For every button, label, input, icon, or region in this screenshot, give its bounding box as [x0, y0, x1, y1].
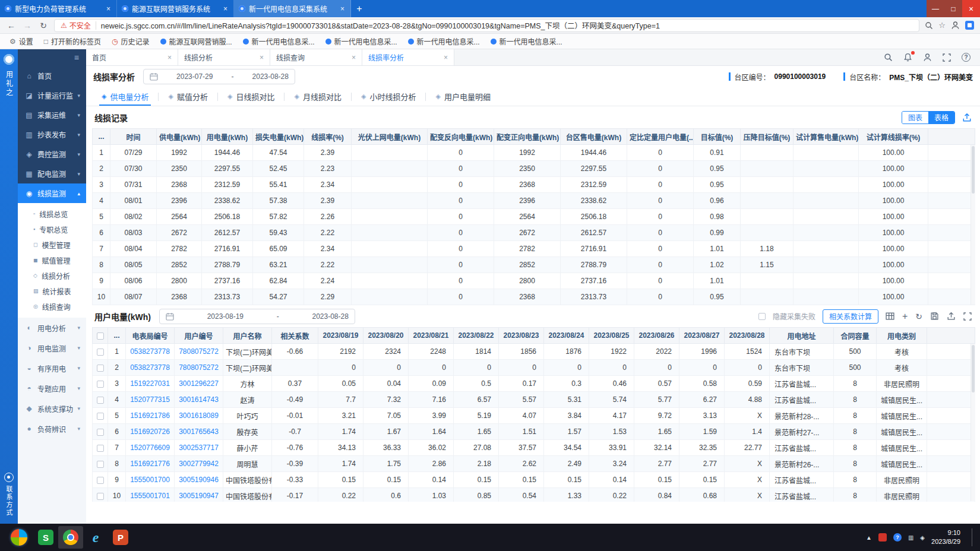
- correlation-calc-button[interactable]: 相关系数计算: [823, 309, 878, 324]
- workspace-tab[interactable]: 线损分析×: [178, 49, 270, 65]
- subtab[interactable]: ◈日线损对比: [218, 87, 284, 106]
- date-start-value[interactable]: 2023-07-29: [176, 72, 213, 81]
- column-settings-icon[interactable]: [886, 312, 894, 321]
- workspace-tab[interactable]: 首页×: [86, 49, 178, 65]
- workspace-tab[interactable]: 线损率分析×: [362, 49, 454, 65]
- cell-link[interactable]: 3001618089: [179, 411, 219, 420]
- cell-link[interactable]: 7808075272: [179, 363, 219, 372]
- bookmark-item[interactable]: 新一代用电信息采...: [403, 35, 485, 48]
- bookmark-item[interactable]: 新一代用电信息采...: [321, 35, 402, 48]
- sidebar-item[interactable]: ▦配电监测▾: [18, 164, 86, 183]
- date-end-value[interactable]: 2023-08-28: [312, 312, 348, 321]
- tray-volume-icon[interactable]: ◈: [920, 534, 925, 541]
- bookmark-star-icon[interactable]: ☆: [938, 21, 946, 30]
- tab-close-icon[interactable]: ×: [339, 5, 346, 13]
- bookmark-item[interactable]: 新一代用电信息采...: [238, 35, 320, 48]
- date-start-value[interactable]: 2023-08-19: [207, 312, 244, 321]
- extension-icon[interactable]: [965, 21, 974, 30]
- export-icon[interactable]: [947, 312, 956, 321]
- sidebar-item[interactable]: ▤采集运维▾: [18, 105, 86, 125]
- tab-close-icon[interactable]: ×: [352, 53, 356, 62]
- browser-tab[interactable]: 新型电力负荷管理系统×: [0, 0, 117, 17]
- sidebar-subitem[interactable]: ◻模型管理: [18, 237, 86, 252]
- cell-link[interactable]: 3002779942: [179, 460, 219, 468]
- tab-close-icon[interactable]: ×: [105, 5, 112, 13]
- fullscreen-icon[interactable]: [943, 53, 951, 62]
- sidebar-item[interactable]: ◐用电分析▾: [18, 318, 86, 338]
- browser-tab[interactable]: 能源互联网营销服务系统×: [117, 0, 234, 17]
- user-icon[interactable]: [923, 53, 932, 62]
- sidebar-subitem[interactable]: ◎线损查询: [18, 299, 86, 314]
- sidebar-item[interactable]: ▥抄表发布▾: [18, 125, 86, 144]
- tray-help-icon[interactable]: ?: [893, 533, 902, 542]
- taskbar-ie-icon[interactable]: e: [83, 526, 108, 549]
- start-button[interactable]: [11, 529, 27, 546]
- sidebar-item[interactable]: ⌂首页: [18, 66, 86, 86]
- date-range-picker[interactable]: 2023-08-19 - 2023-08-28: [159, 309, 355, 324]
- bookmark-item[interactable]: □打开新的标签页: [39, 35, 106, 48]
- subtab[interactable]: ◈月线损对比: [284, 87, 350, 106]
- close-window-button[interactable]: ×: [962, 0, 980, 17]
- bookmark-item[interactable]: ◷历史记录: [107, 35, 154, 48]
- maximize-button[interactable]: □: [944, 0, 962, 17]
- row-checkbox[interactable]: [97, 477, 104, 484]
- sidebar-subitem[interactable]: ◇线损分析: [18, 268, 86, 283]
- cell-link[interactable]: 3001765643: [179, 428, 219, 436]
- cell-link[interactable]: 1555001700: [130, 476, 170, 484]
- row-checkbox[interactable]: [97, 413, 104, 420]
- show-desktop-button[interactable]: [972, 528, 976, 546]
- cell-link[interactable]: 3005190947: [179, 492, 219, 500]
- cell-link[interactable]: 0538273778: [130, 363, 170, 372]
- taskbar-clock[interactable]: 9:10 2023/8/29: [931, 528, 960, 546]
- bookmark-item[interactable]: 能源互联网营销服...: [156, 35, 237, 48]
- url-field[interactable]: ⚠ 不安全 neweic.js.sgcc.com.cn/#/llm/line/L…: [54, 19, 919, 32]
- sidebar-item[interactable]: ◑用电监测▾: [18, 338, 86, 358]
- contact-widget[interactable]: 联系方式: [4, 473, 14, 517]
- subtab[interactable]: ◈小时线损分析: [352, 87, 425, 106]
- scrollbar-thumb[interactable]: [972, 146, 975, 194]
- sidebar-item[interactable]: ◆系统支撑功能▾: [18, 398, 86, 419]
- taskbar-powerpoint-icon[interactable]: P: [108, 526, 133, 549]
- bookmark-item[interactable]: ⚙设置: [5, 35, 38, 48]
- row-checkbox[interactable]: [97, 397, 104, 404]
- table-scrollbar[interactable]: [970, 145, 975, 305]
- sidebar-subitem[interactable]: ▨统计报表: [18, 283, 86, 299]
- row-checkbox[interactable]: [97, 493, 104, 500]
- sidebar-item[interactable]: ◓专题应用▾: [18, 378, 86, 398]
- new-tab-button[interactable]: +: [351, 0, 368, 17]
- tray-expand-icon[interactable]: ▲: [866, 534, 872, 541]
- cell-link[interactable]: 1519227031: [130, 379, 170, 388]
- select-all-checkbox[interactable]: [97, 332, 104, 340]
- row-checkbox[interactable]: [97, 365, 104, 372]
- cell-link[interactable]: 3001296227: [179, 379, 219, 388]
- row-checkbox[interactable]: [97, 349, 104, 356]
- help-icon[interactable]: ?: [962, 53, 970, 62]
- bookmark-item[interactable]: 新一代用电信息采...: [486, 35, 567, 48]
- date-range-picker[interactable]: 2023-07-29 - 2023-08-28: [143, 69, 295, 84]
- tray-app-icon[interactable]: [878, 533, 887, 542]
- sidebar-item[interactable]: ●负荷辨识▾: [18, 419, 86, 439]
- row-checkbox[interactable]: [97, 445, 104, 452]
- tab-close-icon[interactable]: ×: [260, 53, 264, 62]
- refresh-icon[interactable]: ↻: [915, 312, 922, 321]
- cell-link[interactable]: 0538273778: [130, 347, 170, 356]
- tab-close-icon[interactable]: ×: [222, 5, 229, 13]
- chart-view-button[interactable]: 图表: [902, 112, 928, 124]
- hide-failed-checkbox[interactable]: [758, 313, 766, 320]
- cell-link[interactable]: 1555001701: [130, 492, 170, 500]
- tray-network-icon[interactable]: ▥: [908, 534, 913, 541]
- save-icon[interactable]: [930, 312, 939, 321]
- profile-icon[interactable]: [951, 21, 960, 30]
- cell-link[interactable]: 3005190946: [179, 476, 219, 484]
- tab-close-icon[interactable]: ×: [167, 53, 172, 62]
- subtab[interactable]: ◈用户电量明细: [426, 87, 500, 106]
- cell-link[interactable]: 3002537717: [179, 444, 219, 452]
- subtab[interactable]: ◈供电量分析: [92, 87, 158, 106]
- sidebar-subitem[interactable]: ▫线损总览: [18, 206, 86, 221]
- row-checkbox[interactable]: [97, 461, 104, 468]
- taskbar-wps-icon[interactable]: S: [33, 526, 58, 549]
- cell-link[interactable]: 3001614743: [179, 395, 219, 404]
- sidebar-subitem[interactable]: ◼赋值管理: [18, 252, 86, 268]
- table-view-button[interactable]: 表格: [928, 112, 954, 124]
- tab-close-icon[interactable]: ×: [444, 53, 448, 62]
